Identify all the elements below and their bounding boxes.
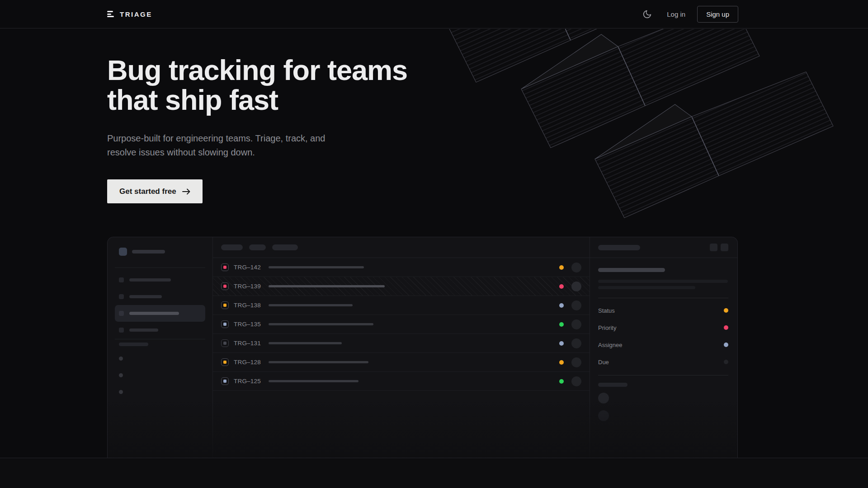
issue-title-skeleton (269, 361, 368, 363)
status-dot (559, 379, 564, 384)
sidebar-nav-skeleton (115, 272, 205, 338)
login-link[interactable]: Log in (667, 10, 685, 18)
theme-toggle-button[interactable] (642, 9, 652, 19)
issue-title-skeleton (269, 342, 342, 344)
get-started-button[interactable]: Get started free (107, 179, 203, 203)
issue-row: TRG–135 (213, 315, 590, 334)
issue-title-skeleton (269, 304, 353, 306)
status-dot (559, 284, 564, 289)
sidebar-item-icon (119, 328, 124, 333)
detail-divider (598, 375, 728, 375)
priority-icon (221, 320, 229, 328)
field-value-dot (724, 308, 728, 313)
brand-logo[interactable]: TRIAGE (107, 10, 152, 18)
sidebar-dot (119, 390, 123, 394)
assignee-avatar-skeleton (571, 300, 581, 310)
issue-row: TRG–128 (213, 353, 590, 372)
workspace-row (119, 248, 165, 256)
workspace-avatar (119, 248, 127, 256)
issue-row: TRG–139 (213, 277, 590, 296)
status-dot (559, 341, 564, 346)
preview-sidebar (108, 237, 213, 458)
detail-desc-skeleton (598, 286, 695, 289)
detail-desc-skeleton (598, 280, 728, 283)
field-label: Assignee (598, 342, 622, 348)
sidebar-dot (119, 373, 123, 377)
issue-list-header (213, 237, 590, 258)
sidebar-divider (115, 339, 205, 339)
nav-actions: Log in Sign up (642, 6, 738, 23)
issue-id: TRG–135 (234, 321, 261, 328)
priority-icon (221, 377, 229, 385)
detail-action-button-skeleton (710, 244, 717, 251)
sidebar-dot (119, 357, 123, 361)
status-dot (559, 303, 564, 308)
detail-field-row: Assignee (598, 336, 728, 353)
sidebar-item-icon (119, 294, 124, 299)
field-label: Status (598, 307, 615, 314)
detail-section-skeleton (598, 383, 627, 387)
wireframe-slabs-graphic (443, 29, 868, 235)
signup-button[interactable]: Sign up (697, 6, 738, 23)
detail-header (589, 237, 737, 258)
top-nav: TRIAGE Log in Sign up (0, 0, 868, 28)
detail-header-buttons (710, 244, 728, 251)
hero-title-line1: Bug tracking for teams (107, 55, 407, 85)
issue-row: TRG–138 (213, 296, 590, 315)
sidebar-item-skeleton (115, 288, 205, 305)
status-dot (559, 265, 564, 270)
status-dot (559, 360, 564, 365)
detail-action-button-skeleton (721, 244, 728, 251)
issue-id: TRG–131 (234, 340, 261, 347)
list-tab-skeleton (249, 244, 266, 250)
sidebar-item-icon (119, 277, 124, 282)
issue-title-skeleton (269, 323, 373, 325)
priority-icon (221, 339, 229, 347)
detail-field-row: Priority (598, 319, 728, 336)
activity-avatar-skeleton (598, 410, 609, 421)
landing-page: TRIAGE Log in Sign up Bug tracking for t… (0, 0, 868, 488)
arrow-right-icon (182, 188, 190, 195)
triage-logo-icon (107, 11, 114, 17)
issue-id: TRG–125 (234, 378, 261, 385)
brand-name: TRIAGE (120, 10, 152, 18)
assignee-avatar-skeleton (571, 282, 581, 291)
priority-icon (221, 301, 229, 309)
detail-fields: StatusPriorityAssigneeDue (598, 302, 728, 371)
issue-title-skeleton (269, 266, 364, 268)
hero-subtitle: Purpose-built for engineering teams. Tri… (107, 131, 325, 160)
hero-subtitle-line2: resolve issues without slowing down. (107, 145, 325, 160)
field-label: Priority (598, 324, 616, 331)
issue-row: TRG–131 (213, 334, 590, 353)
detail-field-row: Status (598, 302, 728, 319)
priority-icon (221, 282, 229, 290)
issue-row: TRG–125 (213, 372, 590, 391)
moon-icon (642, 9, 652, 19)
sidebar-item-skeleton (115, 322, 205, 338)
assignee-avatar-skeleton (571, 357, 581, 367)
list-tab-skeleton (272, 244, 298, 250)
issue-rows: TRG–142TRG–139TRG–138TRG–135TRG–131TRG–1… (213, 258, 590, 391)
field-value-dot (724, 325, 728, 330)
hero-title: Bug tracking for teams that ship fast (107, 55, 407, 115)
priority-icon (221, 263, 229, 271)
detail-divider (598, 298, 728, 298)
issue-list: TRG–142TRG–139TRG–138TRG–135TRG–131TRG–1… (213, 237, 590, 458)
assignee-avatar-skeleton (571, 263, 581, 272)
sidebar-item-skeleton-active (115, 305, 205, 322)
sidebar-item-skeleton (115, 272, 205, 288)
issue-id: TRG–142 (234, 264, 261, 271)
footer (0, 458, 868, 488)
detail-field-row: Due (598, 353, 728, 371)
activity-avatar-skeleton (598, 393, 609, 404)
assignee-avatar-skeleton (571, 319, 581, 329)
field-value-dot (724, 343, 728, 347)
sidebar-divider (115, 267, 205, 268)
hero-subtitle-line1: Purpose-built for engineering teams. Tri… (107, 131, 325, 145)
sidebar-section-skeleton (119, 343, 148, 346)
issue-title-skeleton (269, 285, 385, 287)
status-dot (559, 322, 564, 327)
assignee-avatar-skeleton (571, 376, 581, 386)
field-value-dot (724, 360, 728, 364)
issue-id: TRG–138 (234, 302, 261, 309)
